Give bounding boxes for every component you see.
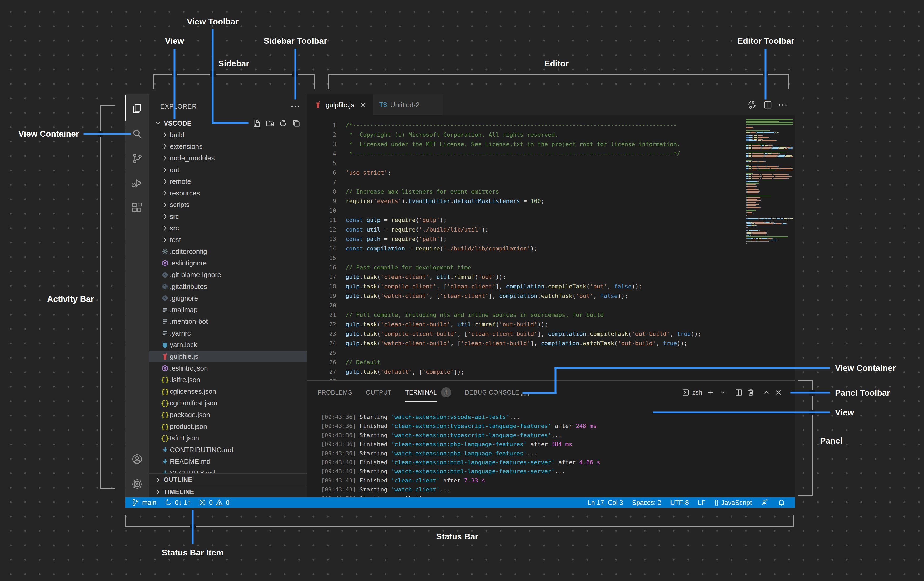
md-file-icon xyxy=(160,445,170,454)
status-bracket-tick-left xyxy=(125,515,126,527)
run-debug-icon[interactable] xyxy=(131,177,143,189)
panel-tab-output[interactable]: OUTPUT xyxy=(366,381,392,404)
new-folder-icon[interactable] xyxy=(266,119,274,128)
close-panel-icon[interactable] xyxy=(774,388,783,397)
new-terminal-icon[interactable] xyxy=(706,388,715,397)
sync-icon xyxy=(164,498,172,507)
code-line: 2 * Copyright (c) Microsoft Corporation.… xyxy=(307,130,744,140)
tab-untitled-2[interactable]: TS Untitled-2 xyxy=(373,94,443,115)
tree-item[interactable]: test xyxy=(149,234,307,246)
tree-item[interactable]: README.md xyxy=(149,456,307,467)
feedback-icon[interactable] xyxy=(761,498,769,507)
editor[interactable]: 1/*-------------------------------------… xyxy=(307,115,795,380)
code-line: 5 xyxy=(307,159,744,168)
terminal-dropdown-icon[interactable] xyxy=(719,388,727,397)
status-branch[interactable]: main xyxy=(132,498,157,507)
split-terminal-icon[interactable] xyxy=(734,388,743,397)
split-editor-icon[interactable] xyxy=(763,100,773,109)
tree-item[interactable]: gulpfile.js xyxy=(149,351,307,363)
tab-label: Untitled-2 xyxy=(390,101,419,109)
open-changes-icon[interactable] xyxy=(747,100,757,110)
code-line: 8// Increase max listeners for event emi… xyxy=(307,187,744,197)
tree-item[interactable]: build xyxy=(149,129,307,141)
minimap[interactable] xyxy=(744,115,793,316)
status-sync[interactable]: 0↓ 1↑ xyxy=(164,498,191,507)
panel-tab-debug-console[interactable]: DEBUG CONSOLE xyxy=(465,381,520,404)
bell-icon[interactable] xyxy=(778,498,785,507)
code-line: 21// Full compile, including nls and inl… xyxy=(307,310,744,320)
tree-item[interactable]: .yarnrc xyxy=(149,328,307,339)
code-line: 22gulp.task('clean-client-build', util.r… xyxy=(307,320,744,329)
tree-item[interactable]: SECURITY.md xyxy=(149,467,307,473)
folder-chevron-icon xyxy=(160,177,170,186)
sidebar-section-outline[interactable]: OUTLINE xyxy=(149,473,307,486)
new-file-icon[interactable] xyxy=(252,119,261,128)
terminal-shell-label[interactable]: zsh xyxy=(692,389,702,396)
tree-item[interactable]: .git-blame-ignore xyxy=(149,269,307,281)
tree-item[interactable]: {}product.json xyxy=(149,420,307,432)
git-file-icon xyxy=(160,294,170,303)
code-line: 10 xyxy=(307,206,744,215)
status-cursor-position[interactable]: Ln 17, Col 3 xyxy=(587,499,623,507)
tab-gulpfile[interactable]: gulpfile.js xyxy=(307,94,373,115)
chevron-right-icon xyxy=(155,488,162,495)
search-icon[interactable] xyxy=(131,128,143,140)
tree-item[interactable]: extensions xyxy=(149,141,307,152)
code-line: 11const gulp = require('gulp'); xyxy=(307,215,744,225)
status-indentation[interactable]: Spaces: 2 xyxy=(632,499,661,507)
kill-terminal-icon[interactable] xyxy=(747,388,755,397)
code-line: 23gulp.task('compile-client-build', ['cl… xyxy=(307,329,744,339)
more-actions-icon[interactable] xyxy=(779,104,787,106)
account-icon[interactable] xyxy=(131,453,143,465)
git-file-icon xyxy=(160,282,170,291)
collapse-all-icon[interactable] xyxy=(292,119,300,128)
terminal[interactable]: [09:43:36] Starting 'watch-extension:vsc… xyxy=(321,413,779,498)
terminal-profile-icon[interactable] xyxy=(681,388,690,397)
tree-item[interactable]: out xyxy=(149,164,307,175)
maximize-panel-icon[interactable] xyxy=(762,388,771,397)
status-problems[interactable]: 0 0 xyxy=(198,498,229,507)
tree-item[interactable]: src xyxy=(149,211,307,222)
more-actions-icon[interactable] xyxy=(291,106,299,107)
tree-item[interactable]: node_modules xyxy=(149,152,307,164)
settings-icon[interactable] xyxy=(131,478,143,490)
tree-item[interactable]: .editorconfig xyxy=(149,246,307,257)
gear-file-icon xyxy=(160,247,170,256)
status-language[interactable]: {}JavaScript xyxy=(714,499,752,507)
tree-item[interactable]: .eslintrc.json xyxy=(149,363,307,374)
extensions-icon[interactable] xyxy=(131,202,143,214)
tree-item[interactable]: scripts xyxy=(149,199,307,211)
line-panel-toolbar xyxy=(790,392,830,394)
status-eol[interactable]: LF xyxy=(698,499,706,507)
folder-chevron-icon xyxy=(160,200,170,209)
panel-more-icon[interactable] xyxy=(521,394,529,396)
refresh-icon[interactable] xyxy=(279,119,287,128)
tree-item[interactable]: {}cglicenses.json xyxy=(149,386,307,397)
tree-item[interactable]: .gitattributes xyxy=(149,281,307,292)
tree-item[interactable]: resources xyxy=(149,187,307,199)
files-icon[interactable] xyxy=(131,103,143,114)
status-encoding[interactable]: UTF-8 xyxy=(670,499,689,507)
tree-item[interactable]: {}tsfmt.json xyxy=(149,432,307,444)
close-icon[interactable] xyxy=(359,101,367,109)
source-control-icon[interactable] xyxy=(131,152,143,164)
md-file-icon xyxy=(160,457,170,466)
code-line: 6'use strict'; xyxy=(307,168,744,177)
tree-item[interactable]: CONTRIBUTING.md xyxy=(149,444,307,456)
sidebar-section-timeline[interactable]: TIMELINE xyxy=(149,486,307,497)
panel-tab-problems[interactable]: PROBLEMS xyxy=(317,381,352,404)
tree-item[interactable]: .gitignore xyxy=(149,292,307,304)
tree-item[interactable]: {}.lsifrc.json xyxy=(149,374,307,386)
tree-item[interactable]: .mention-bot xyxy=(149,316,307,328)
tree-item[interactable]: .mailmap xyxy=(149,304,307,316)
panel-tab-terminal[interactable]: TERMINAL xyxy=(405,381,437,404)
editor-bracket-tick-left xyxy=(328,74,329,89)
tree-item[interactable]: .eslintignore xyxy=(149,257,307,269)
tree-item[interactable]: {}cgmanifest.json xyxy=(149,397,307,409)
tree-item[interactable]: {}package.json xyxy=(149,409,307,420)
tree-item[interactable]: src xyxy=(149,222,307,234)
tree-item[interactable]: yarn.lock xyxy=(149,339,307,351)
eslint-file-icon xyxy=(160,364,170,372)
terminal-line: [09:43:36] Starting 'watch-extension:typ… xyxy=(321,431,779,440)
tree-item[interactable]: remote xyxy=(149,175,307,187)
